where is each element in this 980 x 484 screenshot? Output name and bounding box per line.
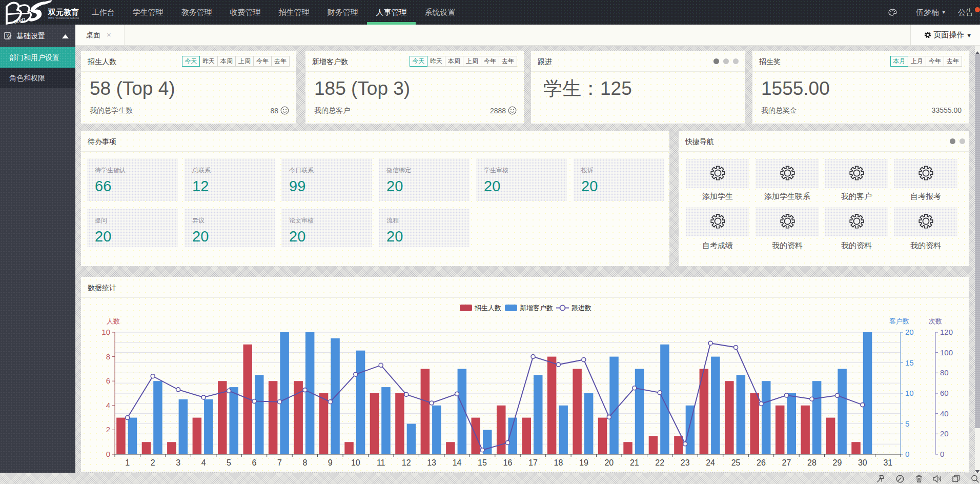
svg-text:30: 30 bbox=[858, 458, 867, 467]
svg-text:21: 21 bbox=[630, 458, 639, 467]
svg-text:20: 20 bbox=[604, 458, 614, 467]
svg-text:0: 0 bbox=[905, 450, 909, 458]
svg-text:11: 11 bbox=[377, 458, 385, 467]
svg-text:2: 2 bbox=[106, 425, 110, 434]
svg-text:19: 19 bbox=[579, 458, 588, 467]
svg-text:8: 8 bbox=[106, 352, 110, 361]
svg-text:18: 18 bbox=[554, 458, 563, 467]
svg-text:15: 15 bbox=[905, 358, 914, 367]
svg-text:9: 9 bbox=[328, 458, 333, 467]
svg-text:20: 20 bbox=[940, 429, 949, 438]
svg-text:双元教育: 双元教育 bbox=[48, 8, 79, 16]
svg-text:人数: 人数 bbox=[107, 317, 120, 325]
svg-text:1: 1 bbox=[125, 458, 130, 467]
svg-text:8: 8 bbox=[302, 458, 307, 467]
svg-text:14: 14 bbox=[453, 458, 462, 467]
svg-text:次数: 次数 bbox=[929, 317, 942, 325]
svg-text:26: 26 bbox=[757, 458, 766, 467]
svg-text:120: 120 bbox=[940, 328, 953, 336]
svg-text:10: 10 bbox=[101, 328, 110, 336]
svg-text:16: 16 bbox=[503, 458, 513, 467]
svg-text:5: 5 bbox=[905, 419, 909, 428]
svg-text:31: 31 bbox=[883, 458, 892, 467]
svg-text:15: 15 bbox=[478, 458, 487, 467]
svg-text:80: 80 bbox=[940, 368, 949, 377]
svg-text:BBS Vocational Education: BBS Vocational Education bbox=[48, 16, 79, 19]
svg-text:2: 2 bbox=[151, 458, 155, 467]
svg-text:step: step bbox=[13, 15, 26, 25]
svg-text:27: 27 bbox=[782, 458, 791, 467]
svg-text:20: 20 bbox=[905, 328, 914, 336]
svg-text:5: 5 bbox=[227, 458, 231, 467]
svg-text:3: 3 bbox=[176, 458, 180, 467]
svg-text:10: 10 bbox=[351, 458, 360, 467]
svg-text:6: 6 bbox=[106, 376, 110, 385]
svg-text:4: 4 bbox=[106, 401, 110, 410]
svg-text:24: 24 bbox=[706, 458, 715, 467]
svg-text:100: 100 bbox=[940, 348, 953, 357]
svg-text:17: 17 bbox=[528, 458, 538, 467]
svg-text:0: 0 bbox=[940, 450, 944, 458]
svg-text:新增客户数: 新增客户数 bbox=[520, 304, 553, 312]
svg-text:12: 12 bbox=[402, 458, 411, 467]
svg-text:22: 22 bbox=[655, 458, 664, 467]
svg-text:29: 29 bbox=[833, 458, 842, 467]
svg-text:60: 60 bbox=[940, 389, 949, 397]
svg-text:23: 23 bbox=[681, 458, 690, 467]
svg-text:跟进数: 跟进数 bbox=[571, 304, 591, 312]
svg-text:6: 6 bbox=[252, 458, 257, 467]
svg-text:招生人数: 招生人数 bbox=[474, 304, 501, 312]
svg-text:0: 0 bbox=[106, 450, 110, 458]
svg-text:25: 25 bbox=[731, 458, 741, 467]
svg-text:客户数: 客户数 bbox=[889, 317, 909, 325]
svg-text:28: 28 bbox=[807, 458, 816, 467]
svg-text:4: 4 bbox=[201, 458, 206, 467]
svg-text:7: 7 bbox=[277, 458, 282, 467]
svg-text:13: 13 bbox=[427, 458, 436, 467]
svg-text:10: 10 bbox=[905, 389, 914, 397]
svg-text:40: 40 bbox=[940, 409, 949, 418]
svg-text:?: ? bbox=[6, 33, 9, 38]
